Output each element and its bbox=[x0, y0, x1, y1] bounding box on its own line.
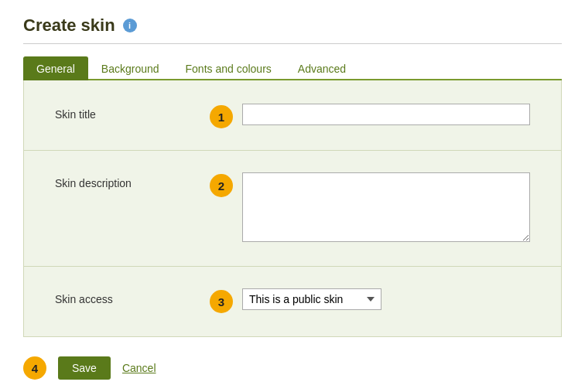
skin-access-label: Skin access bbox=[55, 288, 210, 305]
info-icon[interactable]: i bbox=[123, 19, 137, 32]
cancel-link[interactable]: Cancel bbox=[122, 362, 156, 374]
tab-background[interactable]: Background bbox=[88, 56, 173, 80]
skin-description-control bbox=[242, 172, 530, 244]
tab-advanced[interactable]: Advanced bbox=[285, 56, 359, 80]
skin-title-label: Skin title bbox=[55, 104, 210, 121]
skin-title-input[interactable] bbox=[242, 104, 530, 125]
divider-1 bbox=[24, 150, 561, 151]
footer-actions: 4 Save Cancel bbox=[23, 353, 562, 387]
step-3-badge: 3 bbox=[210, 290, 233, 313]
page-title: Create skin bbox=[23, 15, 115, 36]
step-2-badge: 2 bbox=[210, 174, 233, 197]
step-4-badge: 4 bbox=[23, 356, 46, 380]
tab-general[interactable]: General bbox=[23, 56, 88, 80]
skin-description-textarea[interactable] bbox=[242, 172, 530, 242]
step-1-badge: 1 bbox=[210, 105, 233, 128]
divider-2 bbox=[24, 266, 561, 267]
skin-access-select[interactable]: This is a public skin This is a private … bbox=[242, 288, 381, 310]
form-panel: Skin title 1 Skin description 2 Skin acc… bbox=[23, 80, 562, 337]
skin-title-row: Skin title 1 bbox=[55, 104, 530, 128]
skin-title-control bbox=[242, 104, 530, 125]
skin-description-label: Skin description bbox=[55, 172, 210, 189]
tab-fonts-colours[interactable]: Fonts and colours bbox=[173, 56, 285, 80]
tabs-container: General Background Fonts and colours Adv… bbox=[23, 56, 562, 80]
skin-access-row: Skin access 3 This is a public skin This… bbox=[55, 288, 530, 313]
skin-access-control: This is a public skin This is a private … bbox=[242, 288, 530, 310]
skin-description-row: Skin description 2 bbox=[55, 172, 530, 244]
save-button[interactable]: Save bbox=[58, 356, 111, 380]
page-header: Create skin i bbox=[23, 15, 562, 44]
